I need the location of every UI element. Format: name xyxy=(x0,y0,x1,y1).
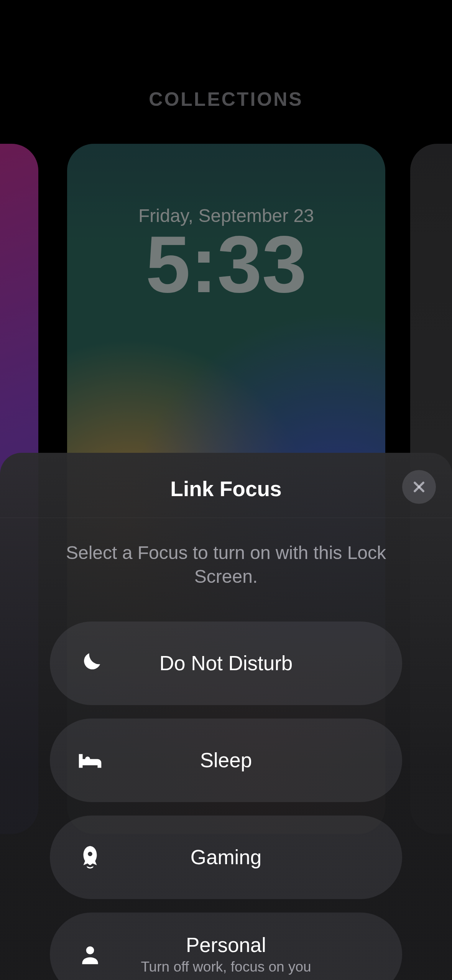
focus-option-sleep[interactable]: Sleep xyxy=(50,719,402,802)
bed-icon xyxy=(73,743,107,778)
focus-option-gaming[interactable]: Gaming xyxy=(50,816,402,899)
close-button[interactable] xyxy=(402,470,436,504)
person-icon xyxy=(73,937,107,972)
sheet-title: Link Focus xyxy=(0,477,452,501)
close-icon xyxy=(412,480,426,494)
svg-point-2 xyxy=(86,946,94,954)
focus-options-list: Do Not Disturb Sleep Gaming xyxy=(0,622,452,980)
link-focus-sheet: Link Focus Select a Focus to turn on wit… xyxy=(0,453,452,980)
sheet-subtitle: Select a Focus to turn on with this Lock… xyxy=(0,541,452,589)
rocket-icon xyxy=(73,840,107,875)
focus-option-do-not-disturb[interactable]: Do Not Disturb xyxy=(50,622,402,705)
focus-option-personal[interactable]: Personal Turn off work, focus on you xyxy=(50,913,402,980)
moon-icon xyxy=(73,646,107,681)
